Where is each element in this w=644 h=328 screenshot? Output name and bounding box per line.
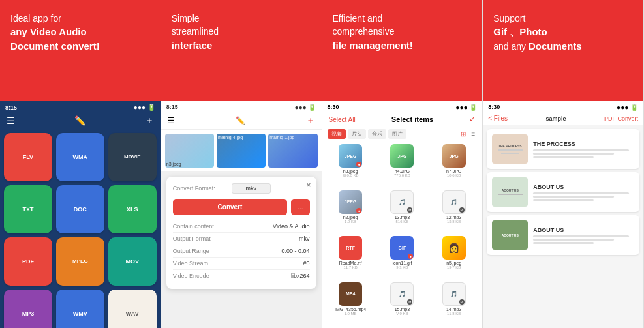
status-bar-3: 8:30 ●●● 🔋 (322, 101, 483, 112)
back-button[interactable]: < Files (488, 115, 508, 122)
panel-3-header: Efficient and comprehensive file managem… (322, 0, 483, 101)
list-item[interactable]: FLV (4, 133, 52, 181)
detail-row: Video Encode libx264 (173, 270, 310, 282)
list-item[interactable]: GIF ● icon11.gif 9.3 KB (378, 236, 427, 280)
list-item[interactable]: 🎵 M 12.mp3 13.8 KB (429, 190, 478, 234)
panel-1-header: Ideal app for any Video Audio Document c… (0, 0, 161, 101)
convert-button[interactable]: Convert (173, 199, 287, 215)
pdf-convert-button[interactable]: PDF Convert (604, 115, 638, 122)
list-item[interactable]: PDF (4, 237, 52, 286)
file-thumb-3[interactable]: mainig-1.jpg (268, 134, 317, 168)
add-icon[interactable]: ＋ (306, 115, 315, 127)
add-icon[interactable]: ＋ (145, 115, 154, 127)
more-options-button[interactable]: ... (291, 199, 309, 215)
document-card[interactable]: ABOUT US ABOUT US (487, 215, 639, 255)
select-all-row: Select All Select items ✓ (322, 112, 483, 127)
detail-row: Output Range 0:00 - 0:04 (173, 245, 310, 258)
file-thumb-2[interactable]: mainig-4.jpg (217, 134, 266, 168)
panel-1: Ideal app for any Video Audio Document c… (0, 0, 161, 328)
convert-dialog: × Convert Format: mkv Convert ... Contai… (166, 177, 316, 289)
list-item[interactable]: JPG n7.JPG 10.6 KB (429, 144, 478, 188)
document-card[interactable]: THE PROCESS THE PROCESS (487, 129, 639, 169)
panel-4: Support Gif 、Photo and any Documents 8:3… (483, 0, 644, 328)
file-grid: JPEG ● n3.jpeg 320.0 KB JPG n4.JPG 775.6… (322, 142, 483, 328)
document-card[interactable]: ABOUT US ABOUT US (487, 172, 639, 212)
list-item[interactable]: MOV (108, 237, 157, 286)
list-item[interactable]: WAV (108, 290, 157, 328)
panel-3-tagline: Efficient and comprehensive file managem… (333, 12, 472, 52)
list-item[interactable]: 🎵 M 14.mp3 11.8 KB (429, 282, 478, 326)
menu-icon[interactable]: ☰ (168, 116, 175, 125)
close-icon[interactable]: × (306, 181, 311, 190)
file-thumbnails: n3.jpeg mainig-4.jpg mainig-1.jpg (161, 130, 322, 171)
view-toggle: ⊞ ≡ (459, 130, 477, 138)
list-item[interactable]: DOC (56, 185, 104, 233)
panel-2-tagline: Simple streamlined interface (172, 12, 311, 52)
edit-icon[interactable]: ✏️ (236, 116, 245, 125)
toolbar-4: < Files sample PDF Convert (483, 112, 643, 125)
list-item[interactable]: JPEG ● n3.jpeg 320.0 KB (326, 144, 375, 188)
panel-2-header: Simple streamlined interface (161, 0, 322, 101)
list-item[interactable]: JPEG ● n2.jpeg 1.9 KB (326, 190, 375, 234)
toolbar-1: ☰ ✏️ ＋ (0, 112, 161, 129)
convert-details: Contain content Video & Audio Output For… (173, 220, 310, 282)
filter-tab-image[interactable]: 图片 (388, 129, 406, 139)
list-item[interactable]: MP3 (4, 290, 52, 328)
filter-tab-clip[interactable]: 片头 (348, 129, 366, 139)
list-item[interactable]: RTF ReadMe.rtf 11.7 KB (326, 236, 375, 280)
detail-row: Output Format mkv (173, 233, 310, 245)
panel-4-header: Support Gif 、Photo and any Documents (483, 0, 643, 101)
list-item[interactable]: 🎵 M 13.mp3 516 KB (378, 190, 427, 234)
panel-2: Simple streamlined interface 8:15 ●●● 🔋 … (161, 0, 322, 328)
panel-4-tagline: Support Gif 、Photo and any Documents (493, 12, 633, 53)
detail-row: Video Stream #0 (173, 258, 310, 270)
document-preview: THE PROCESS THE PROCESS (483, 125, 643, 328)
filter-tab-bar: 视频 片头 音乐 图片 ⊞ ≡ (322, 127, 483, 142)
list-item[interactable]: WMV (56, 290, 104, 328)
list-item[interactable]: MOVIE (108, 133, 157, 181)
checkmark-icon[interactable]: ✓ (469, 115, 476, 124)
status-bar-1: 8:15 ●●● 🔋 (0, 101, 161, 112)
phone-screen-1: 8:15 ●●● 🔋 ☰ ✏️ ＋ FLV WMA MOVIE TXT DOC … (0, 101, 161, 328)
select-all-button[interactable]: Select All (329, 116, 356, 123)
list-item[interactable]: XLS (108, 185, 157, 233)
doc-thumbnail: ABOUT US (492, 177, 528, 207)
filter-tab-video[interactable]: 视频 (328, 129, 346, 139)
app-icon-grid: FLV WMA MOVIE TXT DOC XLS PDF MPEG MOV M… (0, 129, 161, 328)
doc-thumbnail: THE PROCESS (492, 134, 528, 164)
list-item[interactable]: TXT (4, 185, 52, 233)
list-item[interactable]: JPG n4.JPG 775.6 KB (378, 144, 427, 188)
list-item[interactable]: 🎵 M 15.mp3 V.9 KB (378, 282, 427, 326)
detail-row: Contain content Video & Audio (173, 220, 310, 233)
edit-icon[interactable]: ✏️ (74, 115, 85, 126)
panel-3: Efficient and comprehensive file managem… (322, 0, 483, 328)
list-item[interactable]: MP4 IMG_4356.mp4 1.0 MB (326, 282, 375, 326)
list-item[interactable]: 👩 n5.jpeg 19.7 KB (429, 236, 478, 280)
grid-view-button[interactable]: ⊞ (459, 130, 468, 138)
list-view-button[interactable]: ≡ (469, 130, 477, 138)
file-thumb-1[interactable]: n3.jpeg (165, 134, 214, 168)
phone-screen-4: 8:30 ●●● 🔋 < Files sample PDF Convert TH… (483, 101, 643, 328)
phone-screen-2: 8:15 ●●● 🔋 ☰ ✏️ ＋ n3.jpeg mainig-4.jpg m… (161, 101, 322, 328)
doc-thumbnail: ABOUT US (492, 220, 528, 250)
status-bar-4: 8:30 ●●● 🔋 (483, 101, 643, 112)
phone-screen-3: 8:30 ●●● 🔋 Select All Select items ✓ 视频 … (322, 101, 483, 328)
status-bar-2: 8:15 ●●● 🔋 (161, 101, 322, 112)
menu-icon[interactable]: ☰ (7, 115, 15, 126)
filter-tab-music[interactable]: 音乐 (368, 129, 386, 139)
toolbar-2: ☰ ✏️ ＋ (161, 112, 322, 130)
list-item[interactable]: WMA (56, 133, 104, 181)
list-item[interactable]: MPEG (56, 237, 104, 286)
panel-1-tagline: Ideal app for any Video Audio Document c… (10, 12, 150, 53)
